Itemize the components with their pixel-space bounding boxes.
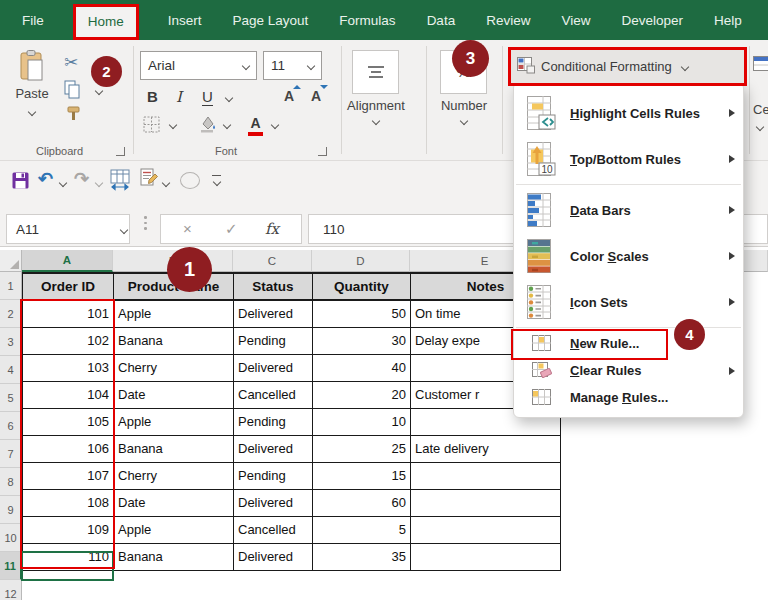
- underline-chevron-icon[interactable]: [225, 94, 233, 102]
- table-cell[interactable]: 60: [313, 489, 411, 516]
- tab-file[interactable]: File: [20, 13, 46, 40]
- row-header-1[interactable]: 1: [0, 272, 22, 300]
- row-header-11[interactable]: 11: [0, 552, 22, 580]
- table-cell[interactable]: 20: [313, 381, 411, 408]
- select-all-corner[interactable]: [0, 250, 22, 272]
- font-color-button[interactable]: A: [248, 114, 263, 136]
- paste-chevron-icon[interactable]: [28, 108, 36, 116]
- insert-function-icon[interactable]: fx: [265, 220, 279, 238]
- customize-toolbar-chevron-icon[interactable]: [213, 178, 221, 186]
- table-header-cell[interactable]: Quantity: [313, 273, 411, 300]
- clipboard-dialog-launcher-icon[interactable]: [116, 147, 125, 156]
- borders-icon[interactable]: [143, 116, 160, 137]
- font-name-combo[interactable]: Arial: [140, 51, 257, 80]
- table-cell[interactable]: 40: [313, 354, 411, 381]
- italic-button[interactable]: I: [176, 88, 182, 106]
- undo-chevron-icon[interactable]: [59, 179, 67, 187]
- format-painter-icon[interactable]: [66, 106, 82, 126]
- row-header-7[interactable]: 7: [0, 440, 22, 468]
- tab-data[interactable]: Data: [425, 13, 458, 40]
- redo-icon[interactable]: ↷: [74, 168, 89, 190]
- tab-view[interactable]: View: [559, 13, 592, 40]
- enter-icon[interactable]: ✓: [225, 220, 238, 238]
- undo-icon[interactable]: ↶: [38, 168, 53, 190]
- table-cell[interactable]: Delivered: [234, 543, 313, 570]
- row-header-3[interactable]: 3: [0, 328, 22, 356]
- record-macro-icon[interactable]: [180, 172, 200, 189]
- table-cell[interactable]: Cherry: [114, 354, 234, 381]
- table-cell[interactable]: Apple: [114, 516, 234, 543]
- number-chevron-icon[interactable]: [460, 117, 468, 125]
- conditional-formatting-button[interactable]: Conditional Formatting: [508, 47, 747, 86]
- formula-bar-splitter[interactable]: [144, 216, 147, 230]
- table-cell[interactable]: Apple: [114, 408, 234, 435]
- table-cell[interactable]: Date: [114, 489, 234, 516]
- table-header-cell[interactable]: Status: [234, 273, 313, 300]
- menu-item-top-bottom-rules[interactable]: 10Top/Bottom Rules: [514, 136, 743, 182]
- table-cell[interactable]: Date: [114, 381, 234, 408]
- save-icon[interactable]: [12, 172, 29, 193]
- cell-styles-chevron-icon[interactable]: [756, 123, 764, 131]
- table-cell[interactable]: 15: [313, 462, 411, 489]
- alignment-chevron-icon[interactable]: [372, 117, 380, 125]
- row-header-6[interactable]: 6: [0, 412, 22, 440]
- fill-color-icon[interactable]: [198, 114, 218, 137]
- cancel-icon[interactable]: ×: [183, 220, 192, 237]
- grow-font-button[interactable]: A: [284, 88, 294, 104]
- table-cell[interactable]: Late delivery: [411, 435, 561, 462]
- column-header-D[interactable]: D: [312, 250, 410, 272]
- tab-review[interactable]: Review: [484, 13, 532, 40]
- table-cell[interactable]: Cancelled: [234, 381, 313, 408]
- table-cell[interactable]: 5: [313, 516, 411, 543]
- table-cell[interactable]: Delivered: [234, 300, 313, 327]
- name-box-chevron-icon[interactable]: [120, 226, 128, 234]
- table-cell[interactable]: 10: [313, 408, 411, 435]
- menu-item-icon-sets[interactable]: Icon Sets: [514, 279, 743, 325]
- tab-page-layout[interactable]: Page Layout: [231, 13, 311, 40]
- table-cell[interactable]: Banana: [114, 543, 234, 570]
- row-header-9[interactable]: 9: [0, 496, 22, 524]
- row-header-4[interactable]: 4: [0, 356, 22, 384]
- menu-item-manage-rules[interactable]: Manage Rules...: [514, 384, 743, 411]
- table-cell[interactable]: 35: [313, 543, 411, 570]
- view-side-by-side-icon[interactable]: [110, 169, 131, 195]
- row-header-2[interactable]: 2: [0, 300, 22, 328]
- table-cell[interactable]: Cancelled: [234, 516, 313, 543]
- copy-icon[interactable]: [64, 80, 81, 103]
- table-cell[interactable]: Banana: [114, 327, 234, 354]
- cut-icon[interactable]: ✂: [64, 52, 78, 73]
- table-cell[interactable]: Delivered: [234, 354, 313, 381]
- table-cell[interactable]: [411, 543, 561, 570]
- tab-formulas[interactable]: Formulas: [337, 13, 397, 40]
- font-name-chevron-icon[interactable]: [242, 62, 250, 70]
- tab-home[interactable]: Home: [73, 4, 139, 40]
- column-header-A[interactable]: A: [22, 250, 113, 272]
- edit-document-chevron-icon[interactable]: [162, 179, 170, 187]
- table-cell[interactable]: [411, 489, 561, 516]
- table-cell[interactable]: Apple: [114, 300, 234, 327]
- font-color-chevron-icon[interactable]: [271, 121, 279, 129]
- borders-chevron-icon[interactable]: [169, 121, 177, 129]
- table-cell[interactable]: 50: [313, 300, 411, 327]
- fill-color-chevron-icon[interactable]: [223, 121, 231, 129]
- table-cell[interactable]: Pending: [234, 462, 313, 489]
- underline-button[interactable]: U: [202, 88, 213, 106]
- column-header-C[interactable]: C: [233, 250, 312, 272]
- tab-developer[interactable]: Developer: [619, 13, 685, 40]
- tab-insert[interactable]: Insert: [166, 13, 204, 40]
- table-cell[interactable]: Pending: [234, 408, 313, 435]
- shrink-font-button[interactable]: A: [311, 88, 321, 104]
- row-header-8[interactable]: 8: [0, 468, 22, 496]
- row-header-10[interactable]: 10: [0, 524, 22, 552]
- table-cell[interactable]: Cherry: [114, 462, 234, 489]
- table-cell[interactable]: Delivered: [234, 489, 313, 516]
- table-cell[interactable]: Banana: [114, 435, 234, 462]
- redo-chevron-icon[interactable]: [95, 179, 103, 187]
- name-box[interactable]: A11: [6, 214, 130, 244]
- font-size-chevron-icon[interactable]: [307, 62, 315, 70]
- table-cell[interactable]: [411, 516, 561, 543]
- row-header-12[interactable]: 12: [0, 580, 22, 600]
- edit-document-icon[interactable]: [140, 168, 159, 192]
- table-header-cell[interactable]: Order ID: [23, 273, 114, 300]
- customize-toolbar-icon[interactable]: [212, 175, 221, 176]
